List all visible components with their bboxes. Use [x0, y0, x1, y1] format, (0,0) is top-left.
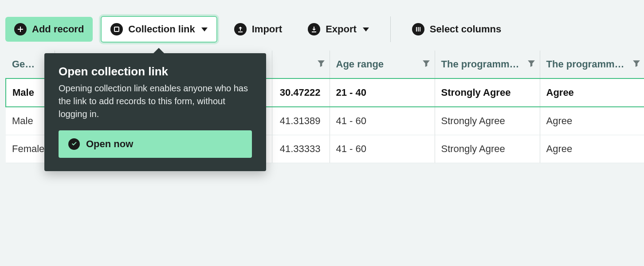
add-record-button[interactable]: Add record — [5, 17, 93, 42]
import-label: Import — [252, 23, 282, 35]
open-now-label: Open now — [86, 138, 133, 150]
export-button[interactable]: Export — [299, 17, 378, 42]
cell-prog2: Agree — [540, 107, 644, 135]
import-icon — [234, 23, 247, 35]
export-label: Export — [326, 23, 357, 35]
popover-body: Opening collection link enables anyone w… — [59, 82, 252, 121]
select-columns-label: Select columns — [430, 23, 501, 35]
filter-icon[interactable] — [632, 59, 640, 70]
popover-title: Open collection link — [59, 65, 252, 78]
cell-prog2: Agree — [540, 135, 644, 163]
check-icon — [68, 138, 80, 150]
cell-prog2: Agree — [540, 78, 644, 107]
column-header-prog1[interactable]: The programm… — [435, 51, 540, 78]
collection-link-label: Collection link — [128, 23, 195, 35]
columns-icon — [412, 23, 424, 35]
column-header-prog2[interactable]: The programm… — [540, 51, 644, 78]
cell-age: 41 - 60 — [330, 135, 435, 163]
cell-prog1: Strongly Agree — [435, 78, 540, 107]
plus-icon — [14, 23, 27, 35]
cell-prog1: Strongly Agree — [435, 135, 540, 163]
cell-number: 41.31389 — [272, 107, 330, 135]
filter-icon[interactable] — [422, 59, 430, 70]
select-columns-button[interactable]: Select columns — [403, 17, 510, 42]
chevron-down-icon — [201, 27, 208, 31]
chevron-down-icon — [363, 27, 369, 31]
svg-rect-0 — [114, 27, 119, 31]
export-icon — [308, 23, 320, 35]
filter-icon[interactable] — [527, 59, 535, 70]
toolbar: Add record Collection link Import Export… — [0, 0, 644, 51]
collection-link-button[interactable]: Collection link — [101, 16, 217, 43]
cell-age: 41 - 60 — [330, 107, 435, 135]
cell-prog1: Strongly Agree — [435, 107, 540, 135]
collection-link-popover: Open collection link Opening collection … — [44, 53, 266, 171]
column-header-number[interactable] — [272, 51, 330, 78]
add-record-label: Add record — [32, 23, 84, 35]
open-now-button[interactable]: Open now — [59, 130, 252, 158]
filter-icon[interactable] — [317, 59, 325, 70]
toolbar-divider — [390, 16, 391, 42]
import-button[interactable]: Import — [225, 17, 291, 42]
cell-age: 21 - 40 — [330, 78, 435, 107]
column-header-age[interactable]: Age range — [330, 51, 435, 78]
cell-number: 41.33333 — [272, 135, 330, 163]
cell-number: 30.47222 — [272, 78, 330, 107]
link-icon — [110, 23, 123, 35]
